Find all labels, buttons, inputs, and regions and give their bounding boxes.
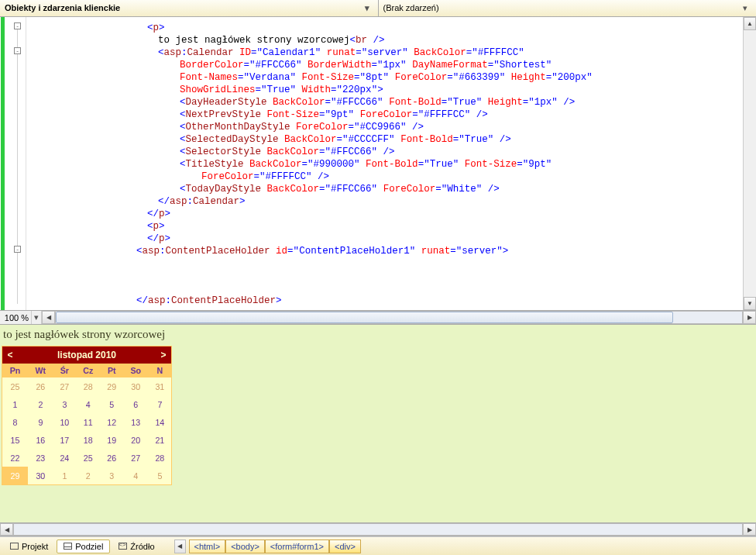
- calendar-day-cell[interactable]: 7: [149, 395, 171, 413]
- calendar-day-cell[interactable]: 25: [76, 449, 101, 467]
- code-line[interactable]: <TodayDayStyle BackColor="#FFCC66" ForeC…: [33, 183, 743, 195]
- src-icon: [119, 543, 127, 550]
- code-line[interactable]: </asp:Calendar>: [33, 195, 743, 208]
- code-line[interactable]: to jest nagłówek strony wzorcowej<br />: [33, 34, 743, 47]
- code-line[interactable]: ShowGridLines="True" Width="220px">: [33, 84, 743, 96]
- scroll-thumb[interactable]: [56, 312, 673, 323]
- scroll-left-icon[interactable]: ◀: [42, 311, 55, 324]
- view-źródło-button[interactable]: Źródło: [112, 539, 161, 553]
- calendar-day-cell[interactable]: 22: [2, 449, 28, 467]
- code-line[interactable]: <NextPrevStyle Font-Size="9pt" ForeColor…: [33, 109, 743, 121]
- code-line[interactable]: [33, 270, 743, 282]
- code-line[interactable]: </p>: [33, 233, 743, 245]
- scroll-left-icon[interactable]: ◀: [0, 523, 13, 536]
- calendar-day-cell[interactable]: 23: [28, 449, 53, 467]
- calendar-day-cell[interactable]: 5: [149, 467, 171, 484]
- code-line[interactable]: </asp:ContentPlaceHolder>: [33, 295, 743, 307]
- calendar-day-cell[interactable]: 20: [123, 431, 149, 449]
- change-marker: [1, 17, 5, 310]
- calendar-day-cell[interactable]: 2: [28, 395, 53, 413]
- calendar-next-button[interactable]: >: [156, 350, 171, 360]
- calendar-day-cell[interactable]: 30: [28, 467, 53, 484]
- calendar-day-cell[interactable]: 3: [101, 467, 123, 484]
- breadcrumb-item[interactable]: <form#form1>: [265, 539, 329, 553]
- code-line[interactable]: <TitleStyle BackColor="#990000" Font-Bol…: [33, 158, 743, 171]
- calendar-day-cell[interactable]: 5: [101, 395, 123, 413]
- calendar-day-cell[interactable]: 29: [2, 467, 28, 484]
- scroll-track[interactable]: [55, 311, 743, 324]
- calendar-day-cell[interactable]: 27: [123, 449, 149, 467]
- calendar-day-cell[interactable]: 16: [28, 431, 53, 449]
- calendar-day-cell[interactable]: 26: [28, 377, 53, 395]
- breadcrumb-item[interactable]: <html>: [189, 539, 226, 553]
- calendar-day-cell[interactable]: 17: [53, 431, 76, 449]
- calendar-day-cell[interactable]: 29: [101, 377, 123, 395]
- scroll-right-icon[interactable]: ▶: [743, 311, 756, 324]
- code-line[interactable]: <OtherMonthDayStyle ForeColor="#CC9966" …: [33, 121, 743, 133]
- calendar-day-cell[interactable]: 9: [28, 413, 53, 431]
- code-line[interactable]: <p>: [33, 220, 743, 233]
- scroll-track[interactable]: [13, 523, 743, 536]
- view-projekt-button[interactable]: Projekt: [3, 539, 55, 553]
- calendar-prev-button[interactable]: <: [2, 350, 18, 360]
- calendar-day-cell[interactable]: 10: [53, 413, 76, 431]
- scroll-right-icon[interactable]: ▶: [743, 523, 756, 536]
- calendar-day-cell[interactable]: 4: [123, 467, 149, 484]
- calendar-day-cell[interactable]: 18: [76, 431, 101, 449]
- fold-toggle-icon[interactable]: -: [14, 47, 21, 54]
- code-line[interactable]: <DayHeaderStyle BackColor="#FFCC66" Font…: [33, 96, 743, 109]
- calendar-day-cell[interactable]: 2: [76, 467, 101, 484]
- calendar-day-cell[interactable]: 30: [123, 377, 149, 395]
- calendar-day-cell[interactable]: 1: [2, 395, 28, 413]
- events-dropdown[interactable]: (Brak zdarzeń) ▾: [379, 0, 757, 16]
- calendar-day-cell[interactable]: 25: [2, 377, 28, 395]
- calendar-day-cell[interactable]: 24: [53, 449, 76, 467]
- code-line[interactable]: ForeColor="#FFFFCC" />: [33, 171, 743, 183]
- code-line[interactable]: </p>: [33, 208, 743, 220]
- code-editor[interactable]: - - - <p>to jest nagłówek strony wzorcow…: [0, 17, 756, 311]
- fold-toggle-icon[interactable]: -: [14, 246, 21, 253]
- scroll-up-icon[interactable]: ▲: [744, 17, 756, 30]
- calendar-day-cell[interactable]: 11: [76, 413, 101, 431]
- breadcrumb-item[interactable]: <div>: [329, 539, 361, 553]
- code-line[interactable]: <asp:ContentPlaceHolder id="ContentPlace…: [33, 245, 743, 257]
- calendar-day-cell[interactable]: 31: [149, 377, 171, 395]
- calendar-day-cell[interactable]: 3: [53, 395, 76, 413]
- design-preview[interactable]: to jest nagłówek strony wzorcowej < list…: [0, 325, 756, 523]
- calendar-day-cell[interactable]: 12: [101, 413, 123, 431]
- calendar-day-cell[interactable]: 1: [53, 467, 76, 484]
- calendar-day-cell[interactable]: 21: [149, 431, 171, 449]
- calendar-day-cell[interactable]: 28: [149, 449, 171, 467]
- zoom-dropdown[interactable]: ▾: [31, 311, 42, 324]
- calendar-day-cell[interactable]: 28: [76, 377, 101, 395]
- code-line[interactable]: BorderColor="#FFCC66" BorderWidth="1px" …: [33, 59, 743, 71]
- calendar-day-cell[interactable]: 19: [101, 431, 123, 449]
- code-line[interactable]: <SelectedDayStyle BackColor="#CCCCFF" Fo…: [33, 133, 743, 146]
- calendar-day-cell[interactable]: 6: [123, 395, 149, 413]
- view-podziel-button[interactable]: Podziel: [57, 539, 110, 553]
- calendar-day-cell[interactable]: 4: [76, 395, 101, 413]
- code-line[interactable]: Font-Names="Verdana" Font-Size="8pt" For…: [33, 71, 743, 84]
- breadcrumb-scroll-left[interactable]: ◀: [174, 539, 186, 553]
- calendar-day-cell[interactable]: 13: [123, 413, 149, 431]
- breadcrumb-item[interactable]: <body>: [225, 539, 265, 553]
- code-line[interactable]: <SelectorStyle BackColor="#FFCC66" />: [33, 146, 743, 158]
- calendar-day-cell[interactable]: 8: [2, 413, 28, 431]
- code-line[interactable]: [33, 282, 743, 295]
- calendar-day-cell[interactable]: 26: [101, 449, 123, 467]
- calendar-day-cell[interactable]: 15: [2, 431, 28, 449]
- horizontal-scrollbar[interactable]: ◀ ▶: [42, 311, 756, 324]
- code-text-area[interactable]: <p>to jest nagłówek strony wzorcowej<br …: [26, 17, 743, 310]
- objects-dropdown[interactable]: Obiekty i zdarzenia klienckie ▾: [0, 0, 379, 16]
- code-line[interactable]: [33, 257, 743, 270]
- scroll-track[interactable]: [744, 30, 756, 297]
- calendar-day-cell[interactable]: 14: [149, 413, 171, 431]
- fold-toggle-icon[interactable]: -: [14, 22, 21, 29]
- code-line[interactable]: <p>: [33, 22, 743, 34]
- calendar-day-cell[interactable]: 27: [53, 377, 76, 395]
- code-line[interactable]: <asp:Calendar ID="Calendar1" runat="serv…: [33, 47, 743, 59]
- preview-horizontal-scrollbar[interactable]: ◀ ▶: [0, 523, 756, 536]
- vertical-scrollbar[interactable]: ▲ ▼: [743, 17, 756, 310]
- scroll-down-icon[interactable]: ▼: [744, 297, 756, 310]
- calendar-control[interactable]: < listopad 2010 > PnWtŚrCzPtSoN 25262728…: [2, 346, 172, 485]
